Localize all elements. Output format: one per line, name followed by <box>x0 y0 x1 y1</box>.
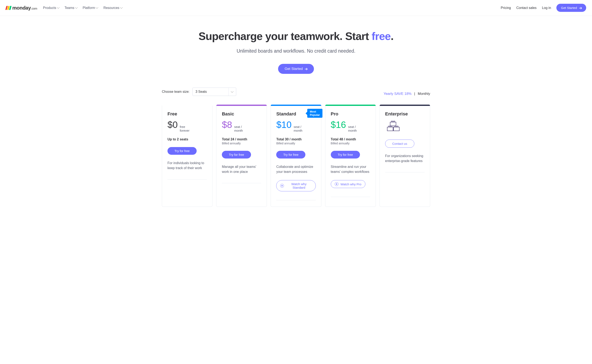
login-link[interactable]: Log in <box>542 6 551 10</box>
play-icon <box>280 184 284 188</box>
try-for-free-button[interactable]: Try for free <box>168 147 197 155</box>
plans-grid: Free $0 freeforever Up to 2 seats Try fo… <box>154 105 438 207</box>
plan-total: Total 30 / month <box>276 137 316 141</box>
team-size-select[interactable]: 3 Seats <box>193 88 236 96</box>
plan-description: Manage all your teams' work in one place <box>222 164 261 174</box>
watch-why-pro-button[interactable]: Watch why Pro <box>331 180 365 188</box>
plan-billing-note: Billed annually <box>276 142 316 145</box>
chevron-down-icon <box>57 6 60 9</box>
watch-why-standard-button[interactable]: Watch why Standard <box>276 180 316 191</box>
plan-name: Pro <box>331 111 370 117</box>
billing-separator: | <box>414 92 415 96</box>
main-header: monday.com Products Teams Platform Resou… <box>0 0 592 16</box>
plan-name: Enterprise <box>385 111 424 117</box>
building-blocks-icon <box>385 120 424 134</box>
plan-price-unit: seat /month <box>294 125 303 132</box>
billing-monthly-tab[interactable]: Monthly <box>418 92 430 96</box>
plan-description: For organizations seeking enterprise-gra… <box>385 154 424 163</box>
plan-price: $0 <box>168 120 178 130</box>
plan-billing-note: Billed annually <box>331 142 370 145</box>
play-icon <box>335 182 338 186</box>
plan-price: $10 <box>276 120 291 130</box>
plan-price: $16 <box>331 120 346 130</box>
get-started-header-button[interactable]: Get Started <box>556 4 586 12</box>
svg-rect-3 <box>387 127 393 131</box>
plan-seats: Up to 2 seats <box>168 137 207 141</box>
pricing-link[interactable]: Pricing <box>501 6 511 10</box>
svg-rect-5 <box>390 126 392 127</box>
header-left: monday.com Products Teams Platform Resou… <box>6 5 122 11</box>
arrow-right-icon <box>305 68 307 70</box>
plan-total: Total 48 / month <box>331 137 370 141</box>
chevron-down-icon <box>75 6 78 9</box>
main-nav: Products Teams Platform Resources <box>43 6 122 10</box>
contact-us-button[interactable]: Contact us <box>385 140 414 148</box>
svg-rect-0 <box>390 122 396 126</box>
plan-divider <box>168 179 207 180</box>
try-for-free-button[interactable]: Try for free <box>276 151 305 158</box>
try-for-free-button[interactable]: Try for free <box>222 151 251 158</box>
nav-item-resources[interactable]: Resources <box>103 6 122 10</box>
hero-subtitle: Unlimited boards and workflows. No credi… <box>4 48 588 54</box>
select-chevron-icon <box>229 88 233 96</box>
logo[interactable]: monday.com <box>6 5 37 11</box>
svg-rect-6 <box>393 127 399 131</box>
plan-price: $8 <box>222 120 232 130</box>
arrow-right-icon <box>579 7 582 9</box>
svg-rect-8 <box>397 126 398 127</box>
get-started-hero-button[interactable]: Get Started <box>278 64 314 74</box>
svg-rect-1 <box>391 121 393 122</box>
nav-item-teams[interactable]: Teams <box>65 6 77 10</box>
chevron-down-icon <box>120 6 123 9</box>
chevron-down-icon <box>96 6 99 9</box>
logo-marks-icon <box>6 6 11 10</box>
team-size-value: 3 Seats <box>195 90 207 94</box>
svg-rect-2 <box>393 121 395 122</box>
price-row: $10 seat /month <box>276 120 316 132</box>
price-row: $0 freeforever <box>168 120 207 132</box>
most-popular-badge: MostPopular <box>307 109 322 118</box>
billing-toggle: Yearly SAVE 18% | Monthly <box>383 92 430 96</box>
plan-description: For individuals looking to keep track of… <box>168 161 207 170</box>
plan-card-basic: Basic $8 seat /month Total 24 / month Bi… <box>216 105 267 207</box>
plan-card-enterprise: Enterprise Contact us For organizations … <box>380 105 430 207</box>
plan-description: Streamline and run your teams' complex w… <box>331 164 370 174</box>
plan-billing-note: Billed annually <box>222 142 261 145</box>
plan-price-unit: seat /month <box>348 125 357 132</box>
nav-item-products[interactable]: Products <box>43 6 59 10</box>
try-for-free-button[interactable]: Try for free <box>331 151 360 158</box>
plan-name: Basic <box>222 111 261 117</box>
header-right: Pricing Contact sales Log in Get Started <box>501 4 586 12</box>
plan-price-unit: freeforever <box>180 125 189 132</box>
team-size-row: Choose team size: 3 Seats <box>162 88 236 96</box>
billing-yearly-tab[interactable]: Yearly SAVE 18% <box>383 92 411 96</box>
plan-card-pro: Pro $16 seat /month Total 48 / month Bil… <box>325 105 376 207</box>
plan-price-unit: seat /month <box>234 125 243 132</box>
plan-description: Collaborate and optimize your team proce… <box>276 164 316 174</box>
svg-rect-4 <box>389 126 390 127</box>
plan-name: Free <box>168 111 207 117</box>
plan-total: Total 24 / month <box>222 137 261 141</box>
nav-item-platform[interactable]: Platform <box>83 6 98 10</box>
plan-controls: Choose team size: 3 Seats Yearly SAVE 18… <box>154 88 438 96</box>
plan-divider <box>331 197 370 197</box>
plan-divider <box>385 172 424 172</box>
contact-sales-link[interactable]: Contact sales <box>516 6 537 10</box>
price-row: $16 seat /month <box>331 120 370 132</box>
plan-divider <box>276 200 316 200</box>
hero-section: Supercharge your teamwork. Start free. U… <box>0 16 592 80</box>
plan-divider <box>222 183 261 183</box>
logo-text: monday.com <box>12 5 37 11</box>
svg-rect-7 <box>395 126 396 127</box>
plan-card-standard: MostPopular Standard $10 seat /month Tot… <box>271 105 321 207</box>
hero-title: Supercharge your teamwork. Start free. <box>4 30 588 42</box>
plan-card-free: Free $0 freeforever Up to 2 seats Try fo… <box>162 105 212 207</box>
price-row: $8 seat /month <box>222 120 261 132</box>
team-size-label: Choose team size: <box>162 90 189 94</box>
